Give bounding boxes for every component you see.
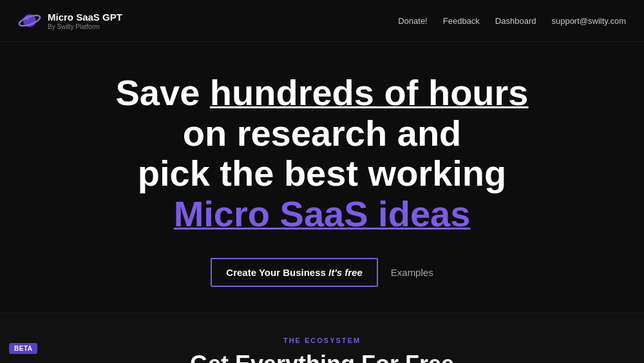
brand-name: Micro SaaS GPT [48,12,122,23]
navbar: Micro SaaS GPT By Swilty Platform Donate… [0,0,644,42]
brand-text: Micro SaaS GPT By Swilty Platform [48,12,122,30]
brand-subtitle: By Swilty Platform [48,23,122,30]
hero-section: Save hundreds of hours on research andpi… [0,42,644,313]
support-link[interactable]: support@swilty.com [551,16,626,26]
hero-title-part1: Save [116,72,210,113]
hero-title-underline: hundreds of hours [210,72,529,113]
ecosystem-title-underline: Everything [235,351,355,363]
hero-title: Save hundreds of hours on research andpi… [103,73,541,235]
brand: Micro SaaS GPT By Swilty Platform [18,9,122,32]
hero-title-purple: Micro SaaS ideas [174,193,471,234]
ecosystem-label: THE ECOSYSTEM [13,337,631,344]
feedback-link[interactable]: Feedback [443,16,480,26]
svg-point-2 [25,16,29,20]
logo-icon [18,9,41,32]
navbar-links: Donate! Feedback Dashboard support@swilt… [398,16,626,26]
create-business-button[interactable]: Create Your Business It's free [211,258,377,287]
hero-cta: Create Your Business It's free Examples [211,258,433,287]
dashboard-link[interactable]: Dashboard [495,16,536,26]
examples-button[interactable]: Examples [391,267,433,278]
cta-button-text: Create Your Business [226,267,328,278]
ecosystem-title-part1: Get [190,351,235,363]
ecosystem-section: THE ECOSYSTEM Get Everything For Free Pr… [0,313,644,363]
cta-button-italic: It's free [328,267,363,278]
hero-title-part2: on research andpick the best working [138,113,507,194]
beta-badge: BETA [9,343,37,354]
ecosystem-title-part2: For Free [355,351,454,363]
ecosystem-title: Get Everything For Free [13,351,631,363]
donate-link[interactable]: Donate! [398,16,428,26]
